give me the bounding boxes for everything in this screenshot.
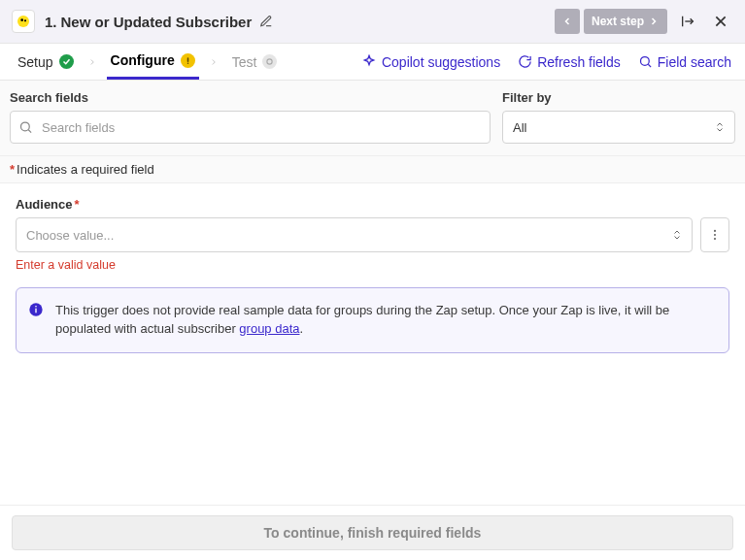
chevron-right-icon [209, 57, 219, 67]
expand-icon[interactable] [675, 9, 700, 34]
search-fields-input[interactable] [10, 111, 491, 144]
callout-text-after: . [300, 321, 304, 336]
audience-placeholder: Choose value... [26, 228, 114, 243]
tab-configure-label: Configure [111, 52, 175, 68]
pending-icon [262, 54, 277, 69]
svg-rect-16 [35, 309, 36, 313]
copilot-label: Copilot suggestions [382, 54, 500, 70]
step-number: 1. [45, 14, 57, 30]
svg-point-13 [714, 234, 716, 236]
svg-line-11 [28, 130, 31, 133]
audience-error: Enter a valid value [16, 258, 729, 272]
svg-point-1 [20, 18, 23, 21]
svg-point-7 [267, 59, 272, 64]
search-filter-row: Search fields Filter by All [0, 81, 745, 156]
svg-point-8 [640, 57, 649, 66]
refresh-fields-button[interactable]: Refresh fields [518, 54, 621, 70]
svg-line-9 [648, 64, 651, 67]
tab-setup-label: Setup [17, 54, 53, 70]
info-callout: This trigger does not provide real sampl… [16, 287, 729, 353]
refresh-label: Refresh fields [537, 54, 621, 70]
svg-point-2 [24, 19, 26, 21]
filter-by-value: All [513, 120, 526, 135]
search-fields-label: Search fields [10, 90, 491, 105]
tab-row: Setup Configure Test Copilot suggestions… [0, 44, 745, 81]
continue-button: To continue, finish required fields [12, 515, 733, 550]
field-search-label: Field search [658, 54, 731, 70]
filter-by-label: Filter by [502, 90, 735, 105]
app-icon-mailchimp [12, 10, 35, 33]
tab-test-label: Test [232, 54, 257, 70]
callout-text-before: This trigger does not provide real sampl… [55, 303, 669, 336]
audience-label-text: Audience [16, 197, 73, 212]
audience-picker[interactable]: Choose value... [16, 217, 693, 252]
required-note-text: Indicates a required field [17, 162, 154, 177]
svg-point-6 [186, 62, 188, 64]
step-header: 1. New or Updated Subscriber Next step [0, 0, 745, 44]
required-star-icon: * [10, 162, 15, 177]
next-step-label: Next step [592, 15, 644, 28]
copilot-suggestions-button[interactable]: Copilot suggestions [361, 54, 500, 70]
info-icon [28, 302, 44, 317]
next-step-button[interactable]: Next step [584, 9, 667, 34]
footer: To continue, finish required fields [0, 505, 745, 560]
svg-rect-17 [35, 306, 36, 307]
svg-point-10 [21, 122, 30, 131]
form-area: Audience* Choose value... Enter a valid … [0, 183, 745, 382]
sort-icon [671, 229, 683, 241]
required-note: *Indicates a required field [0, 156, 745, 183]
filter-by-select[interactable]: All [502, 111, 735, 144]
field-search-button[interactable]: Field search [638, 54, 731, 70]
group-data-link[interactable]: group data [239, 321, 299, 336]
check-icon [59, 54, 74, 69]
step-title: New or Updated Subscriber [61, 14, 253, 30]
close-icon[interactable] [708, 9, 733, 34]
audience-label: Audience* [16, 197, 729, 212]
sort-icon [714, 121, 726, 133]
svg-point-0 [17, 16, 29, 27]
tab-setup[interactable]: Setup [14, 44, 78, 80]
chevron-right-icon [87, 57, 97, 67]
required-star-icon: * [75, 197, 80, 212]
prev-step-button[interactable] [555, 9, 580, 34]
tab-configure[interactable]: Configure [107, 44, 199, 80]
warning-icon [181, 53, 195, 68]
audience-options-button[interactable] [700, 217, 729, 252]
search-icon [18, 120, 33, 135]
edit-title-icon[interactable] [259, 15, 273, 28]
svg-point-12 [714, 230, 716, 232]
tab-test[interactable]: Test [228, 44, 282, 80]
svg-point-14 [714, 238, 716, 240]
